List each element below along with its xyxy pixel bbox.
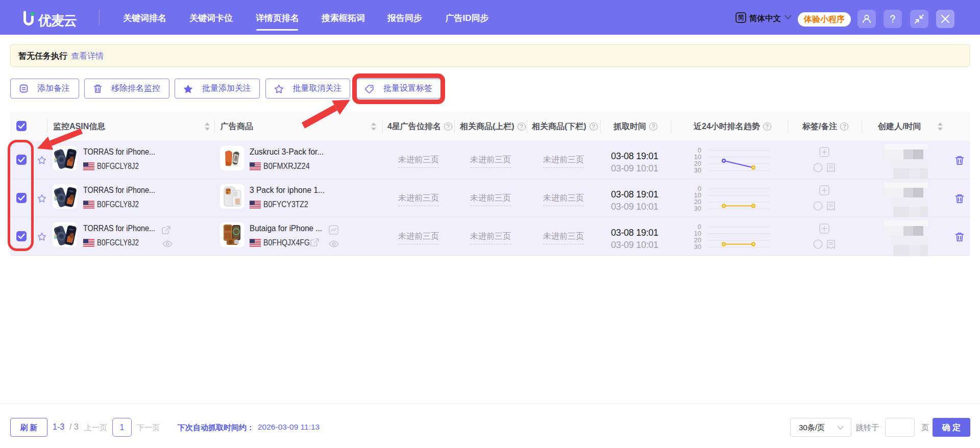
svg-text:30: 30 [694,205,701,212]
svg-text:30: 30 [694,166,701,174]
svg-text:30: 30 [694,243,701,251]
